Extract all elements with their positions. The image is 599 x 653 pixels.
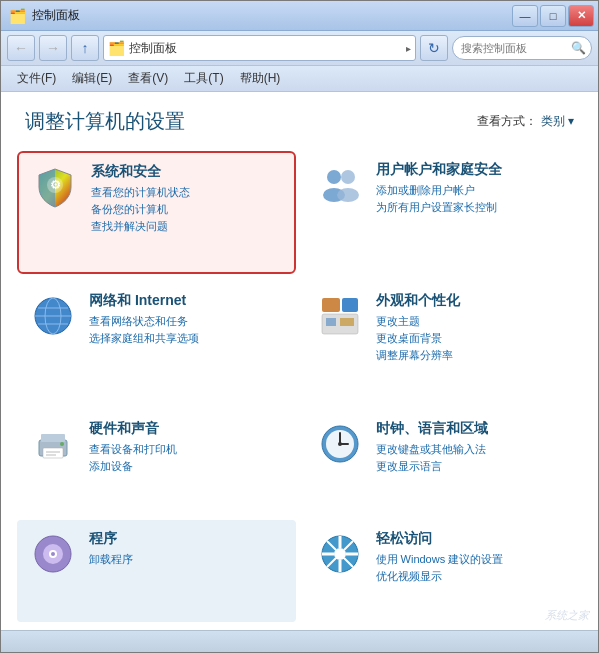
accessibility-title: 轻松访问 [376, 530, 504, 548]
hardware-title: 硬件和声音 [89, 420, 177, 438]
svg-rect-20 [46, 454, 56, 456]
user-accounts-icon [316, 161, 364, 209]
refresh-button[interactable]: ↻ [420, 35, 448, 61]
svg-point-21 [60, 442, 64, 446]
items-grid: ⚙ 系统和安全 查看您的计算机状态 备份您的计算机 查找并解决问题 [1, 143, 598, 630]
search-box[interactable]: 🔍 [452, 36, 592, 60]
hardware-link-1[interactable]: 查看设备和打印机 [89, 442, 177, 457]
view-dropdown[interactable]: 类别 ▾ [541, 113, 574, 130]
toolbar: ← → ↑ 🗂️ 控制面板 ▸ ↻ 🔍 [1, 31, 598, 66]
user-accounts-text: 用户帐户和家庭安全 添加或删除用户帐户 为所有用户设置家长控制 [376, 161, 502, 215]
programs-title: 程序 [89, 530, 133, 548]
svg-text:⚙: ⚙ [50, 178, 61, 192]
statusbar [1, 630, 598, 652]
shield-icon: ⚙ [33, 165, 77, 209]
system-security-icon: ⚙ [31, 163, 79, 211]
hardware-text: 硬件和声音 查看设备和打印机 添加设备 [89, 420, 177, 474]
accessibility-text: 轻松访问 使用 Windows 建议的设置 优化视频显示 [376, 530, 504, 584]
svg-point-30 [51, 552, 55, 556]
system-security-text: 系统和安全 查看您的计算机状态 备份您的计算机 查找并解决问题 [91, 163, 190, 234]
svg-rect-11 [322, 298, 340, 312]
svg-rect-15 [340, 318, 354, 326]
accessibility-icon [316, 530, 364, 578]
user-accounts-link-2[interactable]: 为所有用户设置家长控制 [376, 200, 502, 215]
page-title: 调整计算机的设置 [25, 108, 185, 135]
accessibility-link-2[interactable]: 优化视频显示 [376, 569, 504, 584]
system-security-title: 系统和安全 [91, 163, 190, 181]
svg-rect-12 [342, 298, 358, 312]
search-icon[interactable]: 🔍 [571, 41, 586, 55]
svg-rect-14 [326, 318, 336, 326]
title-bar-controls: — □ ✕ [512, 5, 594, 27]
address-dropdown-arrow[interactable]: ▸ [406, 43, 411, 54]
appearance-link-1[interactable]: 更改主题 [376, 314, 460, 329]
menubar: 文件(F) 编辑(E) 查看(V) 工具(T) 帮助(H) [1, 66, 598, 92]
network-link-2[interactable]: 选择家庭组和共享选项 [89, 331, 199, 346]
forward-button[interactable]: → [39, 35, 67, 61]
network-icon [29, 292, 77, 340]
clock-title: 时钟、语言和区域 [376, 420, 488, 438]
users-icon [318, 163, 362, 207]
panel-accessibility[interactable]: 轻松访问 使用 Windows 建议的设置 优化视频显示 [304, 520, 583, 622]
address-text: 控制面板 [129, 40, 406, 57]
user-accounts-link-1[interactable]: 添加或删除用户帐户 [376, 183, 502, 198]
maximize-button[interactable]: □ [540, 5, 566, 27]
system-security-link-1[interactable]: 查看您的计算机状态 [91, 185, 190, 200]
up-button[interactable]: ↑ [71, 35, 99, 61]
svg-point-2 [327, 170, 341, 184]
appearance-icon [316, 292, 364, 340]
hardware-icon [29, 420, 77, 468]
programs-text: 程序 卸载程序 [89, 530, 133, 567]
search-input[interactable] [461, 42, 571, 54]
appearance-link-3[interactable]: 调整屏幕分辨率 [376, 348, 460, 363]
main-window: 🗂️ 控制面板 — □ ✕ ← → ↑ 🗂️ 控制面板 ▸ ↻ 🔍 文件(F) … [0, 0, 599, 653]
appearance-palette-icon [318, 294, 362, 338]
view-control: 查看方式： 类别 ▾ [477, 113, 574, 130]
menu-view[interactable]: 查看(V) [120, 68, 176, 89]
svg-rect-19 [46, 451, 60, 453]
window-icon: 🗂️ [9, 8, 26, 24]
menu-tools[interactable]: 工具(T) [176, 68, 231, 89]
back-button[interactable]: ← [7, 35, 35, 61]
panel-network[interactable]: 网络和 Internet 查看网络状态和任务 选择家庭组和共享选项 [17, 282, 296, 401]
panel-system-security[interactable]: ⚙ 系统和安全 查看您的计算机状态 备份您的计算机 查找并解决问题 [17, 151, 296, 274]
hardware-link-2[interactable]: 添加设备 [89, 459, 177, 474]
programs-link-1[interactable]: 卸载程序 [89, 552, 133, 567]
title-bar-left: 🗂️ 控制面板 [9, 7, 80, 24]
network-link-1[interactable]: 查看网络状态和任务 [89, 314, 199, 329]
panel-programs[interactable]: 程序 卸载程序 [17, 520, 296, 622]
panel-user-accounts[interactable]: 用户帐户和家庭安全 添加或删除用户帐户 为所有用户设置家长控制 [304, 151, 583, 274]
view-label: 查看方式： [477, 113, 537, 130]
user-accounts-title: 用户帐户和家庭安全 [376, 161, 502, 179]
network-title: 网络和 Internet [89, 292, 199, 310]
appearance-link-2[interactable]: 更改桌面背景 [376, 331, 460, 346]
menu-edit[interactable]: 编辑(E) [64, 68, 120, 89]
clock-link-1[interactable]: 更改键盘或其他输入法 [376, 442, 488, 457]
menu-help[interactable]: 帮助(H) [232, 68, 289, 89]
main-content: 调整计算机的设置 查看方式： 类别 ▾ [1, 92, 598, 630]
clock-link-2[interactable]: 更改显示语言 [376, 459, 488, 474]
minimize-button[interactable]: — [512, 5, 538, 27]
address-bar[interactable]: 🗂️ 控制面板 ▸ [103, 35, 416, 61]
close-button[interactable]: ✕ [568, 5, 594, 27]
accessibility-link-1[interactable]: 使用 Windows 建议的设置 [376, 552, 504, 567]
appearance-text: 外观和个性化 更改主题 更改桌面背景 调整屏幕分辨率 [376, 292, 460, 363]
system-security-link-2[interactable]: 备份您的计算机 [91, 202, 190, 217]
svg-point-26 [338, 442, 342, 446]
watermark: 系统之家 [545, 608, 589, 623]
network-globe-icon [31, 294, 75, 338]
svg-rect-18 [41, 434, 65, 442]
panel-hardware[interactable]: 硬件和声音 查看设备和打印机 添加设备 [17, 410, 296, 512]
clock-text: 时钟、语言和区域 更改键盘或其他输入法 更改显示语言 [376, 420, 488, 474]
accessibility-wheel-icon [318, 532, 362, 576]
panel-appearance[interactable]: 外观和个性化 更改主题 更改桌面背景 调整屏幕分辨率 [304, 282, 583, 401]
menu-file[interactable]: 文件(F) [9, 68, 64, 89]
panel-clock[interactable]: 时钟、语言和区域 更改键盘或其他输入法 更改显示语言 [304, 410, 583, 512]
title-bar: 🗂️ 控制面板 — □ ✕ [1, 1, 598, 31]
clock-globe-icon [318, 422, 362, 466]
appearance-title: 外观和个性化 [376, 292, 460, 310]
system-security-link-3[interactable]: 查找并解决问题 [91, 219, 190, 234]
programs-icon [29, 530, 77, 578]
svg-point-4 [341, 170, 355, 184]
svg-point-5 [337, 188, 359, 202]
